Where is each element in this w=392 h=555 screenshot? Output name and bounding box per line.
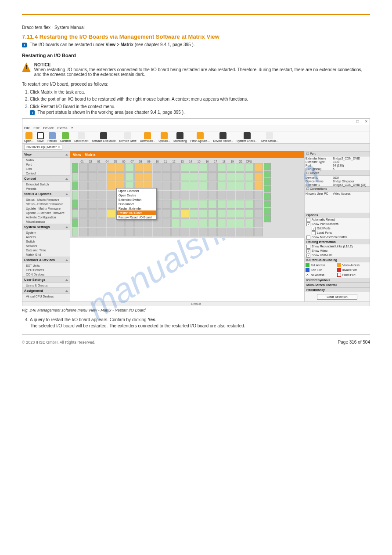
matrix-port[interactable] <box>236 209 245 218</box>
matrix-port[interactable] <box>236 218 245 227</box>
matrix-port[interactable] <box>134 172 143 181</box>
opt-show-port[interactable]: Show Port Numbers <box>305 222 370 226</box>
matrix-port[interactable] <box>79 181 88 190</box>
matrix-port[interactable] <box>88 218 97 227</box>
matrix-port[interactable] <box>217 181 226 190</box>
matrix-port[interactable] <box>199 200 208 209</box>
opt-grid-ports[interactable]: Grid Ports <box>305 226 370 231</box>
ctx-item[interactable]: Restart Extender <box>117 206 156 210</box>
matrix-port[interactable] <box>125 172 134 181</box>
matrix-port[interactable] <box>190 209 198 218</box>
nav-item[interactable]: Status - Extender Firmware <box>22 202 70 206</box>
matrix-port[interactable] <box>97 172 106 181</box>
opt-multi-screen[interactable]: Show Multi-Screen Control <box>305 235 370 239</box>
legend-header[interactable]: IO Port Color-Coding <box>305 258 370 262</box>
matrix-port[interactable] <box>88 209 97 218</box>
matrix-port[interactable] <box>217 218 226 227</box>
matrix-port[interactable] <box>180 191 189 200</box>
matrix-port[interactable] <box>199 218 208 227</box>
matrix-port[interactable] <box>88 228 97 236</box>
document-tab[interactable]: 20220215.zip | Master✕ <box>24 145 62 150</box>
matrix-port[interactable] <box>162 163 171 172</box>
matrix-port[interactable] <box>88 191 97 200</box>
save-button[interactable]: Save <box>35 131 46 144</box>
matrix-port[interactable] <box>227 181 235 190</box>
matrix-port[interactable] <box>254 200 263 209</box>
matrix-port[interactable] <box>180 200 189 209</box>
matrix-port[interactable] <box>245 163 254 172</box>
nav-item[interactable]: Access <box>22 235 70 239</box>
nav-item[interactable]: Virtual CPU Devices <box>22 294 70 298</box>
matrix-port[interactable] <box>236 200 245 209</box>
nav-item[interactable]: Matrix Grid <box>22 252 70 257</box>
menu-item[interactable]: Edit <box>33 126 40 130</box>
matrix-port[interactable] <box>116 228 125 236</box>
menu-item[interactable]: ? <box>71 126 73 130</box>
matrix-port[interactable] <box>254 209 263 218</box>
matrix-port[interactable] <box>227 218 235 227</box>
matrix-port[interactable] <box>79 209 88 218</box>
menu-item[interactable]: Device <box>43 126 54 130</box>
matrix-port[interactable] <box>217 172 226 181</box>
route-video[interactable]: Show Video <box>305 249 370 253</box>
matrix-port[interactable] <box>79 218 88 227</box>
matrix-port[interactable] <box>171 191 180 200</box>
matrix-port[interactable] <box>153 163 162 172</box>
matrix-port[interactable] <box>190 163 198 172</box>
ctx-item[interactable]: Factory Reset I/O Board <box>117 215 156 219</box>
matrix-port[interactable] <box>254 163 263 172</box>
matrix-port[interactable] <box>208 218 217 227</box>
matrix-port[interactable] <box>88 181 97 190</box>
matrix-port[interactable] <box>88 172 97 181</box>
matrix-port[interactable] <box>180 172 189 181</box>
matrix-port[interactable] <box>162 228 171 236</box>
matrix-port[interactable] <box>162 191 171 200</box>
matrix-port[interactable] <box>107 172 115 181</box>
minimize-icon[interactable]: — <box>347 120 351 123</box>
matrix-port[interactable] <box>97 181 106 190</box>
matrix-port[interactable] <box>199 228 208 236</box>
matrix-port[interactable] <box>153 172 162 181</box>
matrix-port[interactable] <box>208 191 217 200</box>
nav-item[interactable]: Extended Switch <box>22 182 70 186</box>
matrix-port[interactable] <box>208 209 217 218</box>
matrix-port[interactable] <box>107 181 115 190</box>
connect-button[interactable]: Connect <box>58 131 72 144</box>
matrix-port[interactable] <box>217 163 226 172</box>
flash-update-button[interactable]: Flash Update... <box>189 131 212 144</box>
matrix-port[interactable] <box>171 228 180 236</box>
edit-mode-button[interactable]: Activate Edit Mode <box>90 131 117 144</box>
opt-local-ports[interactable]: Local Ports <box>305 231 370 235</box>
clear-selection-button[interactable]: Clear Selection <box>317 294 357 300</box>
nav-section-system[interactable]: System Settings <box>22 224 70 230</box>
matrix-port[interactable] <box>153 228 162 236</box>
matrix-port[interactable] <box>144 172 152 181</box>
nav-item[interactable]: Miscellaneous <box>22 219 70 224</box>
matrix-port[interactable] <box>254 228 263 236</box>
nav-item[interactable]: Activate Configuration <box>22 215 70 219</box>
download-button[interactable]: Download... <box>138 131 157 144</box>
matrix-port[interactable] <box>153 218 162 227</box>
matrix-port[interactable] <box>171 218 180 227</box>
section-io-symbols[interactable]: IO Port Symbols <box>305 278 370 283</box>
reload-button[interactable]: Reload <box>46 131 58 144</box>
matrix-port[interactable] <box>79 191 88 200</box>
menu-item[interactable]: Extras <box>58 126 68 130</box>
matrix-port[interactable] <box>107 218 115 227</box>
nav-item[interactable]: Presets <box>22 186 70 191</box>
matrix-port[interactable] <box>245 209 254 218</box>
disconnect-button[interactable]: Disconnect <box>72 131 90 144</box>
matrix-port[interactable] <box>236 163 245 172</box>
matrix-port[interactable] <box>107 163 115 172</box>
matrix-port[interactable] <box>125 163 134 172</box>
nav-item[interactable]: CON Devices <box>22 272 70 276</box>
nav-item[interactable]: CPU Devices <box>22 268 70 272</box>
nav-item[interactable]: System <box>22 230 70 235</box>
section-redundancy[interactable]: Redundancy <box>305 287 370 292</box>
matrix-port[interactable] <box>116 218 125 227</box>
nav-section-view[interactable]: View <box>22 151 70 158</box>
matrix-port[interactable] <box>227 163 235 172</box>
matrix-grid[interactable]: 0102030405060708091011121314151617181920… <box>70 158 304 238</box>
nav-item[interactable]: Update - Extender Firmware <box>22 210 70 215</box>
matrix-port[interactable] <box>171 200 180 209</box>
